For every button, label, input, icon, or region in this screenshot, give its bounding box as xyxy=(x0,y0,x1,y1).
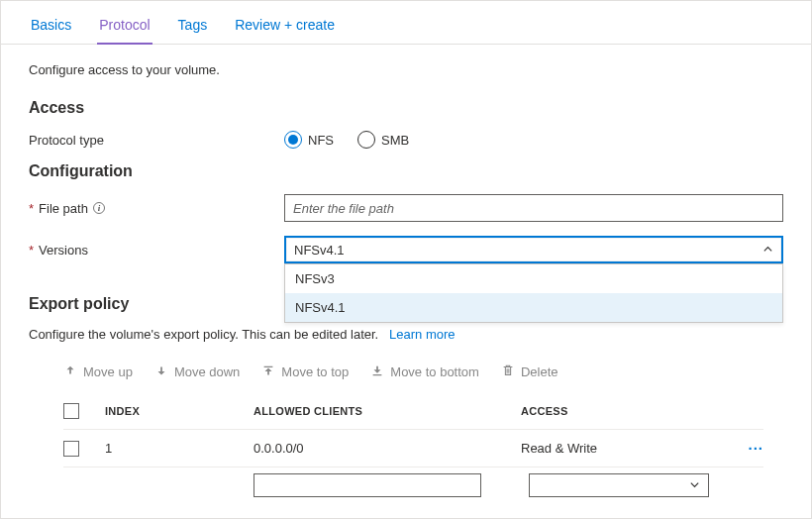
required-mark: * xyxy=(29,201,34,216)
versions-dropdown[interactable]: NFSv4.1 xyxy=(284,236,783,263)
section-access: Access xyxy=(29,99,783,117)
arrow-down-icon xyxy=(154,363,168,380)
export-policy-description: Configure the volume's export policy. Th… xyxy=(29,327,783,342)
trash-icon xyxy=(501,363,515,380)
row-more-button[interactable]: ··· xyxy=(748,440,763,457)
move-bottom-button[interactable]: Move to bottom xyxy=(370,363,479,380)
new-access-select[interactable] xyxy=(529,473,709,497)
section-configuration: Configuration xyxy=(29,162,783,180)
dropdown-option-nfsv3[interactable]: NFSv3 xyxy=(285,264,782,293)
new-allowed-clients-input[interactable] xyxy=(254,473,481,497)
row-checkbox[interactable] xyxy=(63,441,79,457)
info-icon[interactable]: i xyxy=(93,202,105,214)
label-file-path: * File path i xyxy=(29,201,284,216)
select-all-checkbox[interactable] xyxy=(63,403,79,419)
radio-nfs[interactable]: NFS xyxy=(284,131,334,149)
file-path-input[interactable] xyxy=(284,194,783,222)
label-protocol-type: Protocol type xyxy=(29,133,284,148)
chevron-down-icon xyxy=(689,478,700,493)
tab-review-create[interactable]: Review + create xyxy=(233,17,337,44)
table-header-row: Index Allowed Clients Access xyxy=(63,392,763,430)
radio-smb[interactable]: SMB xyxy=(357,131,409,149)
versions-dropdown-list: NFSv3 NFSv4.1 xyxy=(284,263,783,323)
table-row[interactable]: 1 0.0.0.0/0 Read & Write ··· xyxy=(63,430,763,467)
learn-more-link[interactable]: Learn more xyxy=(389,327,455,342)
label-versions: * Versions xyxy=(29,243,284,258)
move-top-button[interactable]: Move to top xyxy=(261,363,349,380)
arrow-up-icon xyxy=(63,363,77,380)
tab-bar: Basics Protocol Tags Review + create xyxy=(1,1,811,45)
tab-protocol[interactable]: Protocol xyxy=(97,17,152,45)
arrow-bottom-icon xyxy=(370,363,384,380)
dropdown-value: NFSv4.1 xyxy=(294,243,345,258)
tab-basics[interactable]: Basics xyxy=(29,17,73,44)
col-allowed-clients: Allowed Clients xyxy=(254,405,521,417)
chevron-up-icon xyxy=(762,243,773,258)
cell-allowed-clients: 0.0.0.0/0 xyxy=(254,441,521,456)
export-policy-table: Index Allowed Clients Access 1 0.0.0.0/0… xyxy=(29,392,783,467)
protocol-type-radio-group: NFS SMB xyxy=(284,131,409,149)
move-up-button[interactable]: Move up xyxy=(63,363,133,380)
cell-access: Read & Write xyxy=(521,441,724,456)
radio-icon xyxy=(357,131,375,149)
tab-tags[interactable]: Tags xyxy=(176,17,210,44)
col-access: Access xyxy=(521,405,724,417)
arrow-top-icon xyxy=(261,363,275,380)
required-mark: * xyxy=(29,243,34,258)
table-footer-inputs xyxy=(29,467,783,497)
radio-icon xyxy=(284,131,302,149)
cell-index: 1 xyxy=(105,441,254,456)
content-area: Configure access to your volume. Access … xyxy=(1,45,811,497)
radio-label: SMB xyxy=(381,133,409,148)
col-index: Index xyxy=(105,405,254,417)
dropdown-option-nfsv41[interactable]: NFSv4.1 xyxy=(285,293,782,322)
radio-label: NFS xyxy=(308,133,334,148)
page-description: Configure access to your volume. xyxy=(29,62,783,77)
delete-button[interactable]: Delete xyxy=(501,363,558,380)
move-down-button[interactable]: Move down xyxy=(154,363,240,380)
table-toolbar: Move up Move down Move to top Move to bo… xyxy=(29,363,783,392)
